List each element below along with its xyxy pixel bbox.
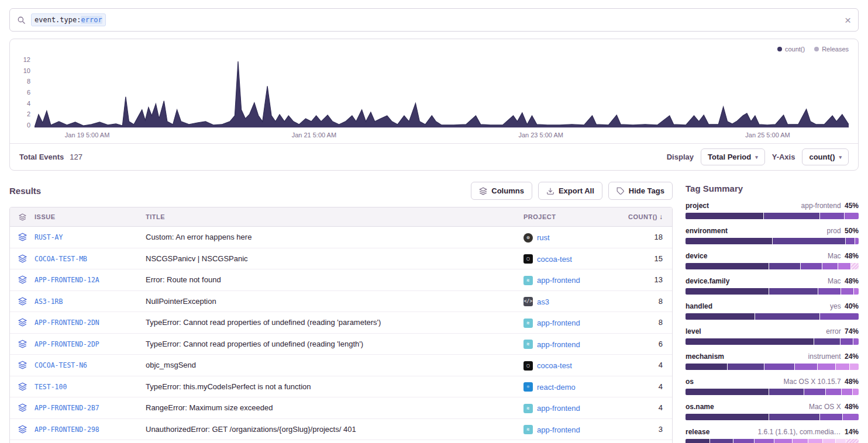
tag-summary-item: release 1.6.1 (1.6.1), com.media… 14% xyxy=(686,428,859,443)
tag-bar-segment[interactable] xyxy=(795,364,817,370)
tag-bar-segment[interactable] xyxy=(804,389,825,395)
header-issue[interactable]: ISSUE xyxy=(35,213,146,220)
tag-name: os xyxy=(686,378,694,386)
tag-bar-segment[interactable] xyxy=(686,389,769,395)
tag-bar-segment[interactable] xyxy=(769,389,804,395)
tag-bar-segment[interactable] xyxy=(769,288,818,295)
project-link[interactable]: ▢ cocoa-test xyxy=(523,361,572,371)
issue-link[interactable]: TEST-100 xyxy=(35,383,67,391)
tag-bar-segment[interactable] xyxy=(769,263,800,269)
tag-name: level xyxy=(686,327,701,335)
header-count[interactable]: COUNT() ↓ xyxy=(622,213,672,221)
legend-item[interactable]: count() xyxy=(777,46,805,53)
tag-bar-segment[interactable] xyxy=(838,263,850,269)
tag-name: handled xyxy=(686,302,712,310)
tag-bar-segment[interactable] xyxy=(686,288,769,295)
tag-bar-segment[interactable] xyxy=(733,439,755,443)
tag-bar-segment[interactable] xyxy=(686,414,769,420)
tag-bar-segment[interactable] xyxy=(845,213,859,219)
tag-bar-segment[interactable] xyxy=(820,414,842,420)
issue-link[interactable]: RUST-AY xyxy=(35,233,63,241)
tag-bar-segment[interactable] xyxy=(764,213,819,219)
tag-bar-segment[interactable] xyxy=(808,439,822,443)
tag-bar-segment[interactable] xyxy=(851,263,859,269)
issue-link[interactable]: AS3-1RB xyxy=(35,297,63,306)
tag-bar-segment[interactable] xyxy=(826,389,842,395)
tag-bar-segment[interactable] xyxy=(686,364,727,370)
tag-bar-segment[interactable] xyxy=(769,414,819,420)
tag-distribution-bar xyxy=(686,338,859,345)
tag-bar-segment[interactable] xyxy=(793,439,808,443)
display-dropdown[interactable]: Total Period ▾ xyxy=(701,148,765,165)
tag-bar-segment[interactable] xyxy=(836,439,846,443)
issue-link[interactable]: APP-FRONTEND-298 xyxy=(35,425,99,434)
tag-distribution-bar xyxy=(686,238,859,244)
tag-bar-segment[interactable] xyxy=(686,439,709,443)
tag-bar-segment[interactable] xyxy=(755,439,774,443)
issue-link[interactable]: APP-FRONTEND-2DN xyxy=(35,319,99,327)
tag-bar-segment[interactable] xyxy=(855,238,859,244)
tag-bar-segment[interactable] xyxy=(823,439,835,443)
tag-bar-segment[interactable] xyxy=(818,288,841,295)
tag-bar-segment[interactable] xyxy=(822,263,838,269)
project-link[interactable]: ⚙ rust xyxy=(523,233,550,243)
tag-distribution-bar xyxy=(686,364,859,370)
header-project[interactable]: PROJECT xyxy=(523,213,622,220)
tag-bar-segment[interactable] xyxy=(686,263,769,269)
tag-summary-item: level error 74% xyxy=(686,327,859,345)
project-link[interactable]: ≋ app-frontend xyxy=(523,319,580,328)
project-link[interactable]: </> as3 xyxy=(523,297,549,306)
chart-plot[interactable] xyxy=(35,57,849,128)
tag-bar-segment[interactable] xyxy=(686,338,814,345)
project-link[interactable]: ≋ app-frontend xyxy=(523,276,580,285)
legend-item[interactable]: Releases xyxy=(814,46,849,53)
project-link[interactable]: ▢ cocoa-test xyxy=(523,254,572,264)
tag-bar-segment[interactable] xyxy=(850,364,859,370)
header-title[interactable]: TITLE xyxy=(146,213,523,220)
tag-bar-segment[interactable] xyxy=(818,364,835,370)
tag-bar-segment[interactable] xyxy=(836,364,850,370)
clear-search-button[interactable]: × xyxy=(845,15,851,26)
project-link[interactable]: ≋ app-frontend xyxy=(523,340,580,349)
project-link[interactable]: ≋ app-frontend xyxy=(523,425,580,434)
search-bar[interactable]: event.type:error × xyxy=(9,8,859,32)
columns-button[interactable]: Columns xyxy=(471,182,532,200)
hide-tags-button[interactable]: Hide Tags xyxy=(608,182,673,200)
tag-bar-segment[interactable] xyxy=(710,439,732,443)
tag-bar-segment[interactable] xyxy=(842,389,852,395)
search-query-token[interactable]: event.type:error xyxy=(31,13,106,26)
issue-link[interactable]: COCOA-TEST-N6 xyxy=(35,361,87,369)
tag-bar-segment[interactable] xyxy=(755,313,819,320)
issue-link[interactable]: APP-FRONTEND-2B7 xyxy=(35,404,99,412)
tag-bar-segment[interactable] xyxy=(820,213,844,219)
project-link[interactable]: ≋ app-frontend xyxy=(523,404,580,413)
tag-bar-segment[interactable] xyxy=(843,414,859,420)
tag-bar-segment[interactable] xyxy=(774,439,792,443)
tag-bar-segment[interactable] xyxy=(846,238,855,244)
y-tick-label: 12 xyxy=(23,57,30,63)
tag-bar-segment[interactable] xyxy=(728,364,764,370)
tag-bar-segment[interactable] xyxy=(853,338,859,345)
tag-bar-segment[interactable] xyxy=(814,338,840,345)
table-row: APP-FRONTEND-2B7 RangeError: Maximum siz… xyxy=(10,397,672,419)
project-link[interactable]: ⚛ react-demo xyxy=(523,382,576,392)
tag-bar-segment[interactable] xyxy=(846,439,859,443)
issue-link[interactable]: APP-FRONTEND-12A xyxy=(35,276,99,284)
tag-bar-segment[interactable] xyxy=(773,238,845,244)
tag-bar-segment[interactable] xyxy=(686,313,755,320)
tag-top-value: app-frontend 45% xyxy=(801,202,859,210)
tag-bar-segment[interactable] xyxy=(801,263,822,269)
tag-bar-segment[interactable] xyxy=(841,288,853,295)
tag-bar-segment[interactable] xyxy=(820,313,859,320)
y-axis-dropdown[interactable]: count() ▾ xyxy=(802,148,849,165)
export-all-button[interactable]: Export All xyxy=(538,182,602,200)
tag-bar-segment[interactable] xyxy=(841,338,853,345)
tag-bar-segment[interactable] xyxy=(686,238,772,244)
tag-bar-segment[interactable] xyxy=(764,364,794,370)
tag-bar-segment[interactable] xyxy=(854,288,859,295)
issue-link[interactable]: APP-FRONTEND-2DP xyxy=(35,340,99,348)
tag-bar-segment[interactable] xyxy=(686,213,763,219)
issue-link[interactable]: COCOA-TEST-MB xyxy=(35,255,87,263)
platform-icon: ≋ xyxy=(523,340,533,349)
tag-bar-segment[interactable] xyxy=(853,389,859,395)
